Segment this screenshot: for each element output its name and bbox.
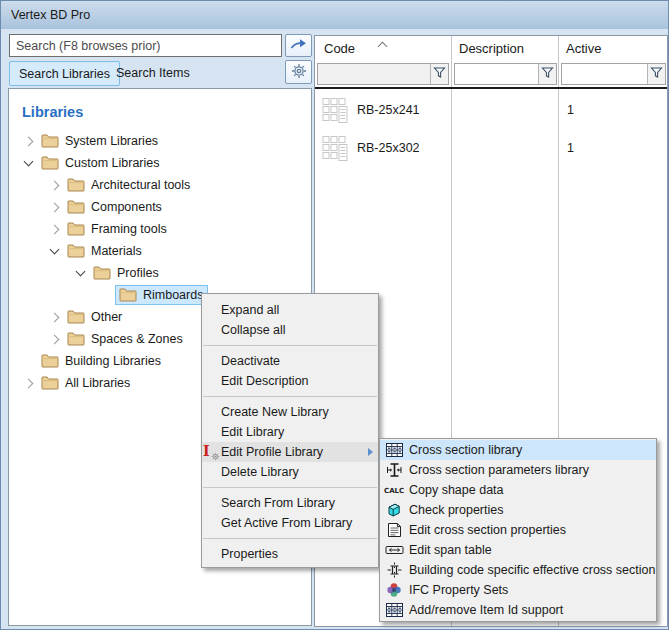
menu-item-edit-profile-library[interactable]: IEdit Profile Library xyxy=(202,442,378,462)
menu-item-label: Expand all xyxy=(221,303,279,317)
menu-item-search-from-library[interactable]: Search From Library xyxy=(202,493,378,513)
chevron-right-icon[interactable] xyxy=(47,204,63,211)
tree-node[interactable]: Building Libraries xyxy=(37,351,166,371)
tree-item-profiles[interactable]: Profiles xyxy=(9,262,311,284)
chevron-down-icon[interactable] xyxy=(47,249,63,253)
menu-item-label: Edit Library xyxy=(221,425,284,439)
chevron-right-icon[interactable] xyxy=(21,138,37,145)
menu-item-edit-library[interactable]: Edit Library xyxy=(202,422,378,442)
chevron-right-icon[interactable] xyxy=(47,336,63,343)
menu-item-label: Properties xyxy=(221,547,278,561)
description-filter-funnel-button[interactable] xyxy=(538,64,556,84)
building-code-icon xyxy=(384,562,404,579)
folder-icon xyxy=(67,200,85,214)
description-filter-input[interactable] xyxy=(455,64,538,84)
cell-active: 1 xyxy=(567,103,574,117)
column-header-active[interactable]: Active xyxy=(566,41,601,56)
tree-item-materials[interactable]: Materials xyxy=(9,240,311,262)
submenu-item-edit-cross-section-properties[interactable]: Edit cross section properties xyxy=(380,520,656,540)
column-header-description[interactable]: Description xyxy=(459,41,524,56)
submenu-item-cross-section-parameters-library[interactable]: Cross section parameters library xyxy=(380,460,656,480)
tree-node-selected[interactable]: Rimboards xyxy=(115,285,208,305)
tree-item-framing-tools[interactable]: Framing tools xyxy=(9,218,311,240)
tree-item-label: Custom Libraries xyxy=(65,156,159,170)
folder-icon xyxy=(41,134,59,148)
folder-icon xyxy=(67,310,85,324)
svg-text:CALC: CALC xyxy=(384,487,404,495)
table-row[interactable]: RB-25x3021 xyxy=(315,129,667,167)
submenu-item-cross-section-library[interactable]: Cross section library xyxy=(380,440,656,460)
active-filter-input[interactable] xyxy=(562,64,647,84)
tab-label: Search Libraries xyxy=(19,67,110,81)
tree-item-system-libraries[interactable]: System Libraries xyxy=(9,130,311,152)
menu-item-delete-library[interactable]: Delete Library xyxy=(202,462,378,482)
submenu-item-label: IFC Property Sets xyxy=(409,583,508,597)
ifc-icon xyxy=(384,582,404,599)
tree-node[interactable]: System Libraries xyxy=(37,131,163,151)
chevron-right-icon[interactable] xyxy=(21,380,37,387)
menu-item-create-new-library[interactable]: Create New Library xyxy=(202,402,378,422)
tree-node[interactable]: All Libraries xyxy=(37,373,135,393)
tree-item-label: Framing tools xyxy=(91,222,167,236)
menu-item-expand-all[interactable]: Expand all xyxy=(202,300,378,320)
chevron-right-icon[interactable] xyxy=(47,314,63,321)
submenu-item-ifc-property-sets[interactable]: IFC Property Sets xyxy=(380,580,656,600)
search-input[interactable] xyxy=(9,34,282,57)
submenu-item-check-properties[interactable]: Check properties xyxy=(380,500,656,520)
tree-node[interactable]: Components xyxy=(63,197,167,217)
tree-node[interactable]: Other xyxy=(63,307,127,327)
submenu-item-edit-span-table[interactable]: Edit span table xyxy=(380,540,656,560)
menu-item-edit-description[interactable]: Edit Description xyxy=(202,371,378,391)
code-filter-cell xyxy=(317,63,449,85)
code-filter-funnel-button[interactable] xyxy=(430,64,448,84)
active-filter-cell xyxy=(561,63,666,85)
chevron-right-icon[interactable] xyxy=(47,226,63,233)
chevron-down-icon[interactable] xyxy=(73,271,89,275)
table-row[interactable]: RB-25x2411 xyxy=(315,91,667,129)
vertex-bd-pro-window: Vertex BD Pro Search Libraries Search It… xyxy=(0,0,669,630)
chevron-down-icon[interactable] xyxy=(21,161,37,165)
active-filter-funnel-button[interactable] xyxy=(647,64,665,84)
menu-item-collapse-all[interactable]: Collapse all xyxy=(202,320,378,340)
search-settings-button[interactable] xyxy=(285,60,312,84)
tree-node[interactable]: Profiles xyxy=(89,263,164,283)
cell-code: RB-25x302 xyxy=(357,141,420,155)
tree-item-architectural-tools[interactable]: Architectural tools xyxy=(9,174,311,196)
folder-icon xyxy=(119,288,137,302)
tab-search-libraries[interactable]: Search Libraries xyxy=(9,61,120,86)
submenu-item-building-code-specific-effective-cross-section[interactable]: Building code specific effective cross s… xyxy=(380,560,656,580)
tree-item-label: Spaces & Zones xyxy=(91,332,183,346)
chevron-right-icon[interactable] xyxy=(47,182,63,189)
profile-grid-icon xyxy=(322,97,348,124)
funnel-icon xyxy=(433,66,446,82)
tree-node[interactable]: Architectural tools xyxy=(63,175,195,195)
tree-item-custom-libraries[interactable]: Custom Libraries xyxy=(9,152,311,174)
submenu-item-label: Add/remove Item Id support xyxy=(409,603,563,617)
cross-section-params-icon xyxy=(384,462,404,479)
tab-search-items[interactable]: Search Items xyxy=(107,61,199,84)
menu-item-properties[interactable]: Properties xyxy=(202,544,378,564)
filter-row xyxy=(315,62,667,87)
tree-node[interactable]: Custom Libraries xyxy=(37,153,164,173)
menu-item-deactivate[interactable]: Deactivate xyxy=(202,351,378,371)
submenu-item-copy-shape-data[interactable]: CALCCopy shape data xyxy=(380,480,656,500)
tree-item-label: Materials xyxy=(91,244,142,258)
folder-icon xyxy=(41,156,59,170)
search-go-button[interactable] xyxy=(285,34,312,57)
column-header-code[interactable]: Code xyxy=(324,41,355,56)
tree-node[interactable]: Framing tools xyxy=(63,219,172,239)
sort-ascending-icon xyxy=(378,42,388,52)
menu-item-label: Get Active From Library xyxy=(221,516,352,530)
menu-item-label: Edit Description xyxy=(221,374,309,388)
check-box-icon xyxy=(384,502,404,519)
tree-node[interactable]: Materials xyxy=(63,241,147,261)
code-filter-input[interactable] xyxy=(318,64,430,84)
menu-separator xyxy=(202,340,378,351)
tree-item-components[interactable]: Components xyxy=(9,196,311,218)
tree-node[interactable]: Spaces & Zones xyxy=(63,329,188,349)
gear-icon xyxy=(291,63,307,82)
submenu-item-add-remove-item-id-support[interactable]: Add/remove Item Id support xyxy=(380,600,656,620)
menu-item-get-active-from-library[interactable]: Get Active From Library xyxy=(202,513,378,533)
tree-item-label: Components xyxy=(91,200,162,214)
table-header-row: Code Description Active xyxy=(315,36,667,62)
